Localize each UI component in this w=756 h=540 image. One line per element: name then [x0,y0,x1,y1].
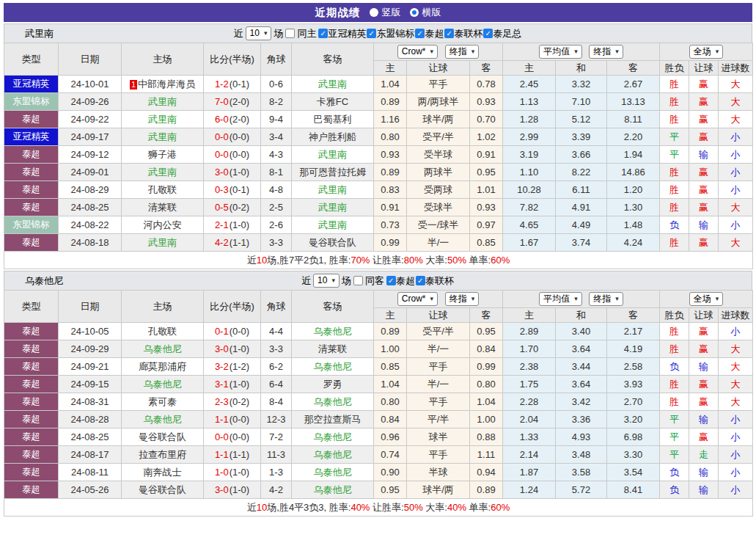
league-type-badge: 泰超 [4,340,59,358]
same-venue-checkbox[interactable] [285,29,295,38]
avg-home-odds: 2.04 [503,411,556,428]
home-team-cell: 素可泰 [122,393,204,411]
league-checkbox[interactable] [444,29,454,38]
match-date: 24-05-26 [59,481,122,499]
halftime-score: (0-0) [230,326,249,337]
chevron-down-icon: ▾ [264,28,268,39]
league-filters: 亚冠精英东盟锦标泰超泰联杯泰足总 [318,27,522,40]
match-date: 24-08-18 [59,234,122,252]
league-checkbox[interactable] [318,29,328,38]
home-team-name: 拉查布里府 [139,449,186,460]
league-type-badge: 泰超 [4,411,59,428]
away-team-name: 巴蜀基利 [314,114,352,125]
score-cell: 6-0(2-0) [204,111,261,128]
same-venue-checkbox[interactable] [353,276,363,285]
league-label: 泰联杯 [454,27,482,40]
home-team-name: 孔敬联 [148,326,177,337]
away-team-name: 武里南 [318,202,347,213]
handicap-result-cell: 赢 [689,393,719,411]
corner-cell: 4-8 [261,181,292,199]
crow-home-odds: 0.89 [374,323,407,340]
average-final-select[interactable]: 终指▾ [589,45,623,59]
avg-home-odds: 1.13 [503,93,556,111]
corner-cell: 11-3 [261,446,292,464]
away-team-name: 武里南 [318,79,347,90]
layout-vertical-option[interactable]: 竖版 [370,6,401,19]
home-team-cell: 1中部海岸海员 [122,76,204,93]
halftime-score: (1-2) [230,361,249,372]
league-checkbox[interactable] [416,276,425,285]
average-final-select[interactable]: 终指▾ [589,292,623,306]
fulltime-score: 1-0 [215,467,229,478]
radio-vertical-icon[interactable] [370,8,378,17]
corner-cell: 4-3 [261,146,292,164]
radio-horizontal-icon[interactable] [410,8,419,17]
handicap-result-cell: 赢 [689,323,719,340]
result-cell: 胜 [660,76,689,93]
fulltime-score: 3-2 [215,361,229,372]
league-type-badge: 泰超 [4,199,59,216]
crow-handicap: 平手 [407,393,470,411]
crow-handicap: 受两球 [407,181,470,199]
corner-cell: 3-4 [261,128,292,146]
home-team-name: 中部海岸海员 [138,79,195,90]
recent-count-select[interactable]: 10▾ [246,26,272,40]
col-odds-away: 客 [470,61,503,76]
league-label: 泰联杯 [425,274,454,288]
goals-result-cell: 小 [719,128,753,146]
match-row: 泰超24-08-11南奔战士1-0(1-0)1-3乌泰他尼0.90半球0.941… [4,464,753,481]
halftime-score: (1-1) [230,449,249,460]
col-goals: 进球数 [719,308,753,323]
matches-table: 类型 日期 主场 比分(半场) 角球 客场 Crow*▾ 终指▾ 平均值▾ 终指… [4,290,753,517]
result-cell: 胜 [660,393,689,411]
col-type: 类型 [4,291,59,323]
col-odds-away: 客 [470,308,503,323]
summary-segment: 50% [447,255,466,266]
result-cell: 胜 [660,93,689,111]
away-team-cell: 乌泰他尼 [292,428,374,446]
league-checkbox[interactable] [386,276,396,285]
away-team-cell: 乌泰他尼 [292,323,374,340]
away-team-name: 乌泰他尼 [314,467,352,478]
league-checkbox[interactable] [483,29,493,38]
match-row: 东盟锦标24-08-22河内公安2-1(1-0)2-6武里南0.73受一/球半0… [4,216,753,234]
crow-final-select[interactable]: 终指▾ [445,292,480,306]
summary-segment: 40% [351,502,370,513]
crow-handicap: 半/一 [407,340,470,358]
chevron-down-icon: ▾ [716,293,719,304]
average-select[interactable]: 平均值▾ [539,292,582,306]
crow-final-select[interactable]: 终指▾ [445,45,480,59]
league-type-badge: 亚冠精英 [4,128,59,146]
corner-cell: 3-3 [261,234,292,252]
league-checkbox[interactable] [415,29,425,38]
bookmaker-select[interactable]: Crow*▾ [397,292,438,306]
handicap-result-cell: 赢 [689,340,719,358]
games-label: 场 [342,274,351,288]
layout-horizontal-option[interactable]: 横版 [410,6,441,19]
avg-home-odds: 1.24 [503,481,556,499]
avg-home-odds: 3.19 [503,146,556,164]
goals-result-cell: 小 [719,181,753,199]
avg-draw-odds: 3.39 [556,128,607,146]
crow-away-odds: 0.84 [470,340,503,358]
chevron-down-icon: ▾ [471,293,475,304]
recent-count-select[interactable]: 10▾ [313,274,340,288]
away-team-cell: 武里南 [292,199,374,216]
handicap-result-cell: 输 [689,216,719,234]
handicap-result-cell: 赢 [689,376,719,393]
bookmaker-select[interactable]: Crow*▾ [397,45,438,59]
crow-home-odds: 0.83 [374,181,407,199]
col-type: 类型 [4,43,59,76]
crow-home-odds: 0.80 [374,128,407,146]
summary-segment: 大率: [423,502,447,513]
avg-home-odds: 10.28 [503,181,556,199]
summary-segment: 80% [404,255,423,266]
league-checkbox[interactable] [367,29,376,38]
match-row: 泰超24-08-17拉查布里府1-1(1-1)11-3乌泰他尼0.74平手1.1… [4,446,753,464]
summary-segment: 10 [257,502,267,513]
away-team-name: 乌泰他尼 [314,326,352,337]
average-select[interactable]: 平均值▾ [539,45,582,59]
fulltime-select[interactable]: 全场▾ [689,292,724,306]
fulltime-select[interactable]: 全场▾ [689,45,724,59]
crow-handicap: 球半/两 [407,481,470,499]
